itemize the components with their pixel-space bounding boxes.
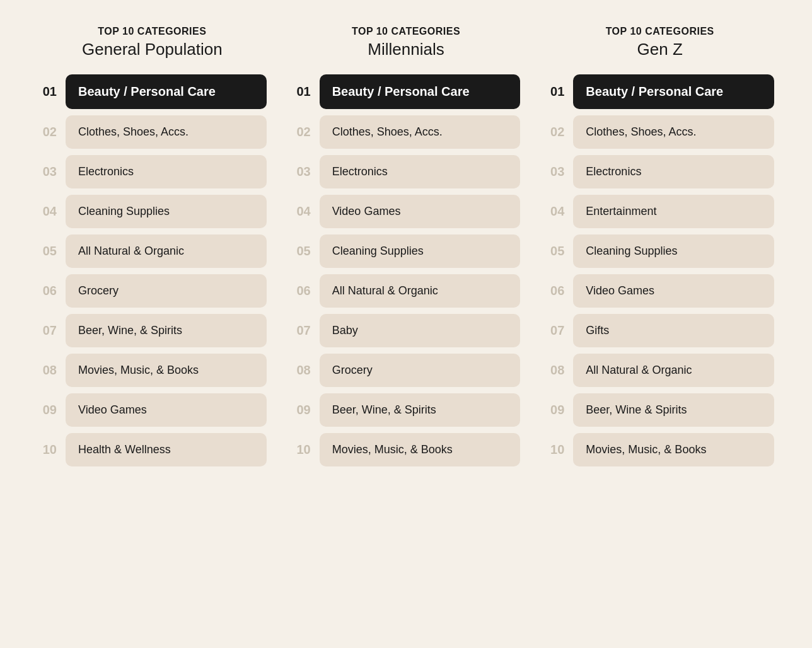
column-header-general: TOP 10 CATEGORIESGeneral Population: [38, 25, 267, 59]
rank-row: 07Baby: [292, 314, 521, 347]
rank-item: Beauty / Personal Care: [320, 74, 521, 109]
rank-row: 06Video Games: [545, 274, 774, 308]
rank-item: Beer, Wine & Spirits: [573, 393, 774, 427]
rank-number: 06: [545, 284, 573, 298]
rank-number: 03: [38, 165, 66, 179]
rank-item: Health & Wellness: [66, 433, 267, 466]
rank-item: Cleaning Supplies: [66, 195, 267, 228]
rank-item: Cleaning Supplies: [320, 234, 521, 268]
top-label-general: TOP 10 CATEGORIES: [44, 25, 260, 38]
rank-row: 05Cleaning Supplies: [292, 234, 521, 268]
rank-number: 09: [545, 403, 573, 417]
rank-item: Grocery: [320, 354, 521, 387]
page-container: TOP 10 CATEGORIESGeneral Population01Bea…: [25, 25, 787, 473]
rank-number: 02: [38, 125, 66, 139]
rank-number: 10: [38, 443, 66, 457]
rank-row: 08Movies, Music, & Books: [38, 354, 267, 387]
rank-row: 02Clothes, Shoes, Accs.: [545, 115, 774, 149]
top-label-millennials: TOP 10 CATEGORIES: [298, 25, 514, 38]
rank-row: 06All Natural & Organic: [292, 274, 521, 308]
rank-number: 04: [38, 204, 66, 219]
rank-item: All Natural & Organic: [573, 354, 774, 387]
rank-number: 09: [38, 403, 66, 417]
column-header-genz: TOP 10 CATEGORIESGen Z: [545, 25, 774, 59]
rank-row: 06Grocery: [38, 274, 267, 308]
rank-row: 02Clothes, Shoes, Accs.: [38, 115, 267, 149]
rank-row: 10Movies, Music, & Books: [545, 433, 774, 466]
rank-item: Clothes, Shoes, Accs.: [320, 115, 521, 149]
rank-row: 07Beer, Wine, & Spirits: [38, 314, 267, 347]
rank-item: Movies, Music, & Books: [66, 354, 267, 387]
rank-number: 01: [292, 84, 320, 99]
rank-item: Clothes, Shoes, Accs.: [66, 115, 267, 149]
column-genz: TOP 10 CATEGORIESGen Z01Beauty / Persona…: [533, 25, 787, 473]
rank-number: 03: [292, 165, 320, 179]
column-general: TOP 10 CATEGORIESGeneral Population01Bea…: [25, 25, 279, 473]
rank-number: 07: [545, 323, 573, 338]
rank-item: Video Games: [66, 393, 267, 427]
rank-row: 01Beauty / Personal Care: [292, 74, 521, 109]
rank-item: All Natural & Organic: [66, 234, 267, 268]
column-millennials: TOP 10 CATEGORIESMillennials01Beauty / P…: [279, 25, 533, 473]
rank-number: 05: [292, 244, 320, 258]
rank-item: Video Games: [573, 274, 774, 308]
rank-item: Electronics: [573, 155, 774, 188]
rank-item: Baby: [320, 314, 521, 347]
column-header-millennials: TOP 10 CATEGORIESMillennials: [292, 25, 521, 59]
rank-row: 08Grocery: [292, 354, 521, 387]
rank-number: 08: [545, 363, 573, 378]
rank-number: 03: [545, 165, 573, 179]
rank-row: 09Beer, Wine & Spirits: [545, 393, 774, 427]
rank-row: 03Electronics: [292, 155, 521, 188]
rank-item: All Natural & Organic: [320, 274, 521, 308]
rank-row: 08All Natural & Organic: [545, 354, 774, 387]
rank-item: Video Games: [320, 195, 521, 228]
rank-number: 01: [38, 84, 66, 99]
rank-number: 09: [292, 403, 320, 417]
rank-row: 10Movies, Music, & Books: [292, 433, 521, 466]
rank-item: Movies, Music, & Books: [320, 433, 521, 466]
rank-number: 04: [292, 204, 320, 219]
rank-item: Clothes, Shoes, Accs.: [573, 115, 774, 149]
rank-row: 09Beer, Wine, & Spirits: [292, 393, 521, 427]
rank-number: 08: [38, 363, 66, 378]
rank-number: 10: [545, 443, 573, 457]
rank-row: 05Cleaning Supplies: [545, 234, 774, 268]
rank-number: 02: [292, 125, 320, 139]
rank-row: 03Electronics: [545, 155, 774, 188]
rank-number: 07: [38, 323, 66, 338]
rank-item: Electronics: [66, 155, 267, 188]
rank-number: 01: [545, 84, 573, 99]
rank-number: 08: [292, 363, 320, 378]
rank-item: Electronics: [320, 155, 521, 188]
rank-number: 05: [545, 244, 573, 258]
rank-number: 04: [545, 204, 573, 219]
sub-label-genz: Gen Z: [552, 40, 768, 59]
rank-row: 07Gifts: [545, 314, 774, 347]
rank-item: Beer, Wine, & Spirits: [320, 393, 521, 427]
rank-row: 02Clothes, Shoes, Accs.: [292, 115, 521, 149]
sub-label-general: General Population: [44, 40, 260, 59]
rank-item: Beauty / Personal Care: [573, 74, 774, 109]
rank-item: Beer, Wine, & Spirits: [66, 314, 267, 347]
rank-number: 06: [292, 284, 320, 298]
columns-wrapper: TOP 10 CATEGORIESGeneral Population01Bea…: [25, 25, 787, 473]
rank-number: 10: [292, 443, 320, 457]
rank-row: 01Beauty / Personal Care: [38, 74, 267, 109]
rank-number: 05: [38, 244, 66, 258]
rank-row: 09Video Games: [38, 393, 267, 427]
top-label-genz: TOP 10 CATEGORIES: [552, 25, 768, 38]
rank-item: Grocery: [66, 274, 267, 308]
rank-row: 04Video Games: [292, 195, 521, 228]
rank-row: 10Health & Wellness: [38, 433, 267, 466]
rank-row: 05All Natural & Organic: [38, 234, 267, 268]
rank-row: 03Electronics: [38, 155, 267, 188]
rank-item: Movies, Music, & Books: [573, 433, 774, 466]
rank-number: 06: [38, 284, 66, 298]
rank-item: Beauty / Personal Care: [66, 74, 267, 109]
sub-label-millennials: Millennials: [298, 40, 514, 59]
rank-row: 01Beauty / Personal Care: [545, 74, 774, 109]
rank-item: Gifts: [573, 314, 774, 347]
rank-number: 02: [545, 125, 573, 139]
rank-number: 07: [292, 323, 320, 338]
